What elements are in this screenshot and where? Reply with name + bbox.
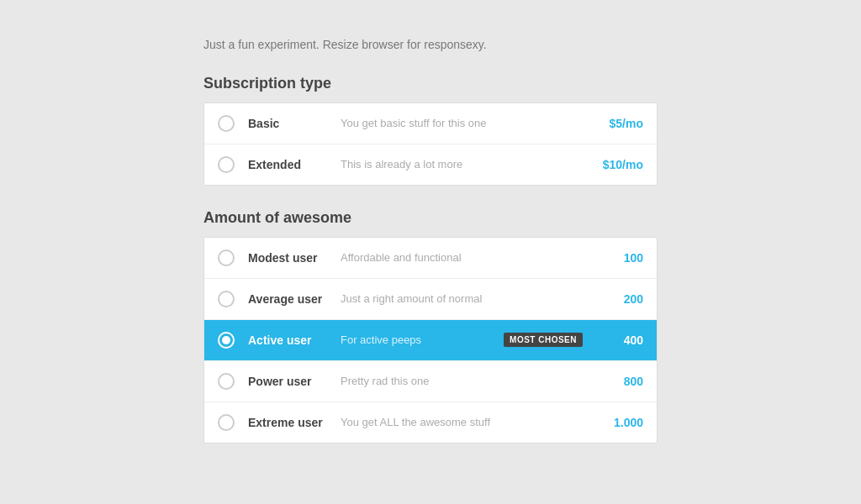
radio-active <box>218 332 235 349</box>
tagline: Just a fun experiment. Resize browser fo… <box>203 38 658 51</box>
option-price-power: 800 <box>593 375 643 388</box>
option-price-basic: $5/mo <box>593 117 643 130</box>
option-name-active: Active user <box>248 333 341 347</box>
option-price-extreme: 1.000 <box>593 416 643 429</box>
option-desc-average: Just a right amount of normal <box>341 292 593 305</box>
awesome-row-power[interactable]: Power userPretty rad this one800 <box>204 361 657 402</box>
option-desc-power: Pretty rad this one <box>341 375 593 387</box>
option-name-basic: Basic <box>248 117 341 130</box>
subscription-row-basic[interactable]: BasicYou get basic stuff for this one$5/… <box>204 103 657 144</box>
awesome-group: Modest userAffordable and functional100A… <box>203 237 658 444</box>
awesome-row-modest[interactable]: Modest userAffordable and functional100 <box>204 238 657 279</box>
awesome-row-average[interactable]: Average userJust a right amount of norma… <box>204 279 657 320</box>
radio-basic <box>218 115 235 132</box>
option-name-extended: Extended <box>248 158 341 171</box>
subscription-row-extended[interactable]: ExtendedThis is already a lot more$10/mo <box>204 144 657 185</box>
option-desc-modest: Affordable and functional <box>341 251 593 264</box>
option-desc-basic: You get basic stuff for this one <box>341 117 593 129</box>
radio-extreme <box>218 414 235 431</box>
subscription-title: Subscription type <box>203 75 658 92</box>
radio-extended <box>218 156 235 173</box>
option-desc-extended: This is already a lot more <box>341 158 593 171</box>
most-chosen-badge: MOST CHOSEN <box>504 333 583 347</box>
option-name-extreme: Extreme user <box>248 416 341 429</box>
subscription-group: BasicYou get basic stuff for this one$5/… <box>203 102 658 186</box>
awesome-row-extreme[interactable]: Extreme userYou get ALL the awesome stuf… <box>204 402 657 443</box>
awesome-title: Amount of awesome <box>203 209 658 227</box>
option-price-modest: 100 <box>593 251 643 265</box>
radio-modest <box>218 249 235 266</box>
option-price-active: 400 <box>593 333 643 347</box>
radio-power <box>218 373 235 390</box>
option-desc-active: For active peeps <box>341 333 504 346</box>
option-name-average: Average user <box>248 292 341 306</box>
option-price-average: 200 <box>593 292 643 306</box>
awesome-row-active[interactable]: Active userFor active peepsMOST CHOSEN40… <box>204 320 657 361</box>
option-desc-extreme: You get ALL the awesome stuff <box>341 416 593 428</box>
main-container: Just a fun experiment. Resize browser fo… <box>203 21 658 484</box>
option-name-power: Power user <box>248 375 341 388</box>
radio-average <box>218 291 235 307</box>
option-price-extended: $10/mo <box>593 158 643 171</box>
option-name-modest: Modest user <box>248 251 341 265</box>
